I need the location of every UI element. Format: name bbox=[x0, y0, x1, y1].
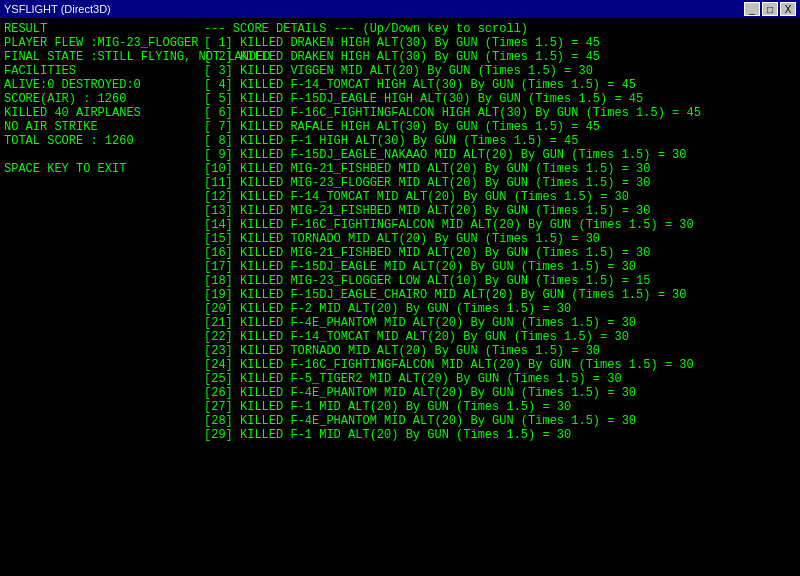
score-entry-20: [20] KILLED F-2 MID ALT(20) By GUN (Time… bbox=[204, 302, 796, 316]
maximize-button[interactable]: □ bbox=[762, 2, 778, 16]
score-entry-8: [ 8] KILLED F-1 HIGH ALT(30) By GUN (Tim… bbox=[204, 134, 796, 148]
score-entry-21: [21] KILLED F-4E_PHANTOM MID ALT(20) By … bbox=[204, 316, 796, 330]
score-entry-14: [14] KILLED F-16C_FIGHTINGFALCON MID ALT… bbox=[204, 218, 796, 232]
killed-40: KILLED 40 AIRPLANES bbox=[4, 106, 196, 120]
score-details-header: --- SCORE DETAILS --- (Up/Down key to sc… bbox=[204, 22, 796, 36]
score-entry-11: [11] KILLED MIG-23_FLOGGER MID ALT(20) B… bbox=[204, 176, 796, 190]
main-content: RESULT PLAYER FLEW :MIG-23_FLOGGER FINAL… bbox=[0, 18, 800, 576]
score-entry-29: [29] KILLED F-1 MID ALT(20) By GUN (Time… bbox=[204, 428, 796, 442]
score-entry-23: [23] KILLED TORNADO MID ALT(20) By GUN (… bbox=[204, 344, 796, 358]
left-panel: RESULT PLAYER FLEW :MIG-23_FLOGGER FINAL… bbox=[4, 22, 204, 572]
score-entry-19: [19] KILLED F-15DJ_EAGLE_CHAIRO MID ALT(… bbox=[204, 288, 796, 302]
no-air-strike: NO AIR STRIKE bbox=[4, 120, 196, 134]
score-entry-17: [17] KILLED F-15DJ_EAGLE MID ALT(20) By … bbox=[204, 260, 796, 274]
score-entry-25: [25] KILLED F-5_TIGER2 MID ALT(20) By GU… bbox=[204, 372, 796, 386]
score-air: SCORE(AIR) : 1260 bbox=[4, 92, 196, 106]
title-bar: YSFLIGHT (Direct3D) _ □ X bbox=[0, 0, 800, 18]
score-entry-28: [28] KILLED F-4E_PHANTOM MID ALT(20) By … bbox=[204, 414, 796, 428]
score-entry-18: [18] KILLED MIG-23_FLOGGER LOW ALT(10) B… bbox=[204, 274, 796, 288]
score-entry-1: [ 1] KILLED DRAKEN HIGH ALT(30) By GUN (… bbox=[204, 36, 796, 50]
score-entry-12: [12] KILLED F-14_TOMCAT MID ALT(20) By G… bbox=[204, 190, 796, 204]
score-entry-15: [15] KILLED TORNADO MID ALT(20) By GUN (… bbox=[204, 232, 796, 246]
minimize-button[interactable]: _ bbox=[744, 2, 760, 16]
score-entry-5: [ 5] KILLED F-15DJ_EAGLE HIGH ALT(30) By… bbox=[204, 92, 796, 106]
facilities-label: FACILITIES bbox=[4, 64, 196, 78]
score-entry-26: [26] KILLED F-4E_PHANTOM MID ALT(20) By … bbox=[204, 386, 796, 400]
score-entry-2: [ 2] KILLED DRAKEN HIGH ALT(30) By GUN (… bbox=[204, 50, 796, 64]
score-entries-list: [ 1] KILLED DRAKEN HIGH ALT(30) By GUN (… bbox=[204, 36, 796, 442]
close-button[interactable]: X bbox=[780, 2, 796, 16]
right-panel: --- SCORE DETAILS --- (Up/Down key to sc… bbox=[204, 22, 796, 572]
score-entry-4: [ 4] KILLED F-14_TOMCAT HIGH ALT(30) By … bbox=[204, 78, 796, 92]
score-entry-7: [ 7] KILLED RAFALE HIGH ALT(30) By GUN (… bbox=[204, 120, 796, 134]
score-entry-16: [16] KILLED MIG-21_FISHBED MID ALT(20) B… bbox=[204, 246, 796, 260]
score-entry-27: [27] KILLED F-1 MID ALT(20) By GUN (Time… bbox=[204, 400, 796, 414]
result-label: RESULT bbox=[4, 22, 196, 36]
total-score: TOTAL SCORE : 1260 bbox=[4, 134, 196, 148]
score-entry-24: [24] KILLED F-16C_FIGHTINGFALCON MID ALT… bbox=[204, 358, 796, 372]
score-entry-10: [10] KILLED MIG-21_FISHBED MID ALT(20) B… bbox=[204, 162, 796, 176]
player-flew: PLAYER FLEW :MIG-23_FLOGGER bbox=[4, 36, 196, 50]
score-entry-3: [ 3] KILLED VIGGEN MID ALT(20) By GUN (T… bbox=[204, 64, 796, 78]
score-entry-9: [ 9] KILLED F-15DJ_EAGLE_NAKAAO MID ALT(… bbox=[204, 148, 796, 162]
alive-destroyed: ALIVE:0 DESTROYED:0 bbox=[4, 78, 196, 92]
score-entry-22: [22] KILLED F-14_TOMCAT MID ALT(20) By G… bbox=[204, 330, 796, 344]
title-bar-text: YSFLIGHT (Direct3D) bbox=[4, 3, 111, 15]
final-state: FINAL STATE :STILL FLYING, NOT LANDED bbox=[4, 50, 196, 64]
space-key: SPACE KEY TO EXIT bbox=[4, 162, 196, 176]
title-bar-controls: _ □ X bbox=[744, 2, 796, 16]
score-entry-6: [ 6] KILLED F-16C_FIGHTINGFALCON HIGH AL… bbox=[204, 106, 796, 120]
score-entry-13: [13] KILLED MIG-21_FISHBED MID ALT(20) B… bbox=[204, 204, 796, 218]
